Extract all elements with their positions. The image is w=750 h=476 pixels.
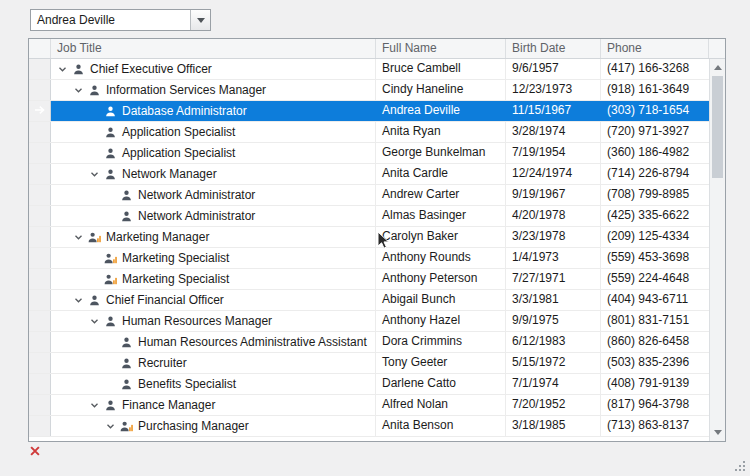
tree-row[interactable]: Marketing ManagerCarolyn Baker3/23/1978(… — [29, 227, 709, 248]
cell-job-title[interactable]: Network Manager — [51, 164, 376, 184]
cell-full-name[interactable]: Andrea Deville — [376, 101, 506, 121]
expand-collapse-button[interactable] — [71, 86, 86, 95]
cell-phone[interactable]: (425) 335-6622 — [601, 206, 709, 226]
cell-full-name[interactable]: Bruce Cambell — [376, 59, 506, 79]
cell-birth-date[interactable]: 9/6/1957 — [506, 59, 601, 79]
cell-birth-date[interactable]: 3/3/1981 — [506, 290, 601, 310]
expand-collapse-button[interactable] — [71, 296, 86, 305]
tree-row[interactable]: Information Services ManagerCindy Haneli… — [29, 80, 709, 101]
cell-birth-date[interactable]: 1/4/1973 — [506, 248, 601, 268]
cell-job-title[interactable]: Application Specialist — [51, 143, 376, 163]
tree-row[interactable]: Chief Financial OfficerAbigail Bunch3/3/… — [29, 290, 709, 311]
cell-birth-date[interactable]: 3/28/1974 — [506, 122, 601, 142]
cell-birth-date[interactable]: 7/19/1954 — [506, 143, 601, 163]
cell-phone[interactable]: (918) 161-3649 — [601, 80, 709, 100]
cell-full-name[interactable]: Anthony Peterson — [376, 269, 506, 289]
cell-birth-date[interactable]: 7/20/1952 — [506, 395, 601, 415]
column-header-job-title[interactable]: Job Title — [51, 39, 376, 58]
cell-birth-date[interactable]: 9/19/1967 — [506, 185, 601, 205]
cell-job-title[interactable]: Database Administrator — [51, 101, 376, 121]
tree-row[interactable]: Finance ManagerAlfred Nolan7/20/1952(817… — [29, 395, 709, 416]
cell-job-title[interactable]: Benefits Specialist — [51, 374, 376, 394]
cell-full-name[interactable]: George Bunkelman — [376, 143, 506, 163]
tree-row[interactable]: Marketing SpecialistAnthony Rounds1/4/19… — [29, 248, 709, 269]
tree-row[interactable]: Marketing SpecialistAnthony Peterson7/27… — [29, 269, 709, 290]
cell-full-name[interactable]: Almas Basinger — [376, 206, 506, 226]
expand-collapse-button[interactable] — [87, 170, 102, 179]
combobox-value[interactable]: Andrea Deville — [31, 10, 190, 30]
cell-job-title[interactable]: Purchasing Manager — [51, 416, 376, 436]
cell-job-title[interactable]: Network Administrator — [51, 206, 376, 226]
cell-full-name[interactable]: Dora Crimmins — [376, 332, 506, 352]
cell-job-title[interactable]: Human Resources Administrative Assistant — [51, 332, 376, 352]
expand-collapse-button[interactable] — [87, 401, 102, 410]
cell-birth-date[interactable]: 9/9/1975 — [506, 311, 601, 331]
tree-row[interactable]: Application SpecialistGeorge Bunkelman7/… — [29, 143, 709, 164]
cell-full-name[interactable]: Tony Geeter — [376, 353, 506, 373]
cell-full-name[interactable]: Anthony Hazel — [376, 311, 506, 331]
cell-phone[interactable]: (209) 125-4334 — [601, 227, 709, 247]
cell-job-title[interactable]: Chief Financial Officer — [51, 290, 376, 310]
cell-job-title[interactable]: Finance Manager — [51, 395, 376, 415]
cell-birth-date[interactable]: 12/24/1974 — [506, 164, 601, 184]
column-header-phone[interactable]: Phone — [601, 39, 709, 58]
cell-job-title[interactable]: Recruiter — [51, 353, 376, 373]
cell-phone[interactable]: (817) 964-3798 — [601, 395, 709, 415]
cell-full-name[interactable]: Anthony Rounds — [376, 248, 506, 268]
cell-job-title[interactable]: Information Services Manager — [51, 80, 376, 100]
tree-row[interactable]: Benefits SpecialistDarlene Catto7/1/1974… — [29, 374, 709, 395]
cell-job-title[interactable]: Human Resources Manager — [51, 311, 376, 331]
tree-row[interactable]: Human Resources Administrative Assistant… — [29, 332, 709, 353]
cell-job-title[interactable]: Chief Executive Officer — [51, 59, 376, 79]
combobox-dropdown-button[interactable] — [190, 10, 210, 30]
cell-phone[interactable]: (559) 224-4648 — [601, 269, 709, 289]
expand-collapse-button[interactable] — [55, 65, 70, 74]
cell-job-title[interactable]: Network Administrator — [51, 185, 376, 205]
employee-combobox[interactable]: Andrea Deville — [30, 9, 211, 31]
cell-full-name[interactable]: Cindy Haneline — [376, 80, 506, 100]
cell-phone[interactable]: (801) 831-7151 — [601, 311, 709, 331]
cell-full-name[interactable]: Darlene Catto — [376, 374, 506, 394]
cell-full-name[interactable]: Andrew Carter — [376, 185, 506, 205]
cell-full-name[interactable]: Alfred Nolan — [376, 395, 506, 415]
cell-phone[interactable]: (720) 971-3927 — [601, 122, 709, 142]
cell-birth-date[interactable]: 3/23/1978 — [506, 227, 601, 247]
cell-birth-date[interactable]: 5/15/1972 — [506, 353, 601, 373]
scrollbar-thumb[interactable] — [712, 76, 723, 178]
cell-full-name[interactable]: Anita Ryan — [376, 122, 506, 142]
resize-grip-icon[interactable] — [735, 461, 746, 472]
cell-phone[interactable]: (417) 166-3268 — [601, 59, 709, 79]
tree-row[interactable]: Database AdministratorAndrea Deville11/1… — [29, 101, 709, 122]
tree-row[interactable]: Application SpecialistAnita Ryan3/28/197… — [29, 122, 709, 143]
cell-birth-date[interactable]: 3/18/1985 — [506, 416, 601, 436]
scroll-up-button[interactable] — [710, 60, 725, 75]
cell-full-name[interactable]: Anita Cardle — [376, 164, 506, 184]
cell-job-title[interactable]: Application Specialist — [51, 122, 376, 142]
tree-row[interactable]: Network ManagerAnita Cardle12/24/1974(71… — [29, 164, 709, 185]
scroll-down-button[interactable] — [710, 425, 725, 440]
cell-phone[interactable]: (303) 718-1654 — [601, 101, 709, 121]
vertical-scrollbar[interactable] — [709, 59, 725, 441]
cell-phone[interactable]: (404) 943-6711 — [601, 290, 709, 310]
column-header-birth-date[interactable]: Birth Date — [506, 39, 601, 58]
cell-job-title[interactable]: Marketing Specialist — [51, 248, 376, 268]
cell-phone[interactable]: (559) 453-3698 — [601, 248, 709, 268]
tree-row[interactable]: Human Resources ManagerAnthony Hazel9/9/… — [29, 311, 709, 332]
cell-birth-date[interactable]: 6/12/1983 — [506, 332, 601, 352]
tree-row[interactable]: Purchasing ManagerAnita Benson3/18/1985(… — [29, 416, 709, 437]
cell-phone[interactable]: (714) 226-8794 — [601, 164, 709, 184]
cell-phone[interactable]: (708) 799-8985 — [601, 185, 709, 205]
cell-phone[interactable]: (860) 826-6458 — [601, 332, 709, 352]
tree-row[interactable]: Network AdministratorAndrew Carter9/19/1… — [29, 185, 709, 206]
cell-phone[interactable]: (408) 791-9139 — [601, 374, 709, 394]
tree-row[interactable]: RecruiterTony Geeter5/15/1972(503) 835-2… — [29, 353, 709, 374]
expand-collapse-button[interactable] — [103, 422, 118, 431]
cell-job-title[interactable]: Marketing Manager — [51, 227, 376, 247]
cell-full-name[interactable]: Abigail Bunch — [376, 290, 506, 310]
expand-collapse-button[interactable] — [87, 317, 102, 326]
cell-full-name[interactable]: Anita Benson — [376, 416, 506, 436]
tree-row[interactable]: Network AdministratorAlmas Basinger4/20/… — [29, 206, 709, 227]
cell-birth-date[interactable]: 4/20/1978 — [506, 206, 601, 226]
cell-birth-date[interactable]: 7/1/1974 — [506, 374, 601, 394]
tree-row[interactable]: Chief Executive OfficerBruce Cambell9/6/… — [29, 59, 709, 80]
